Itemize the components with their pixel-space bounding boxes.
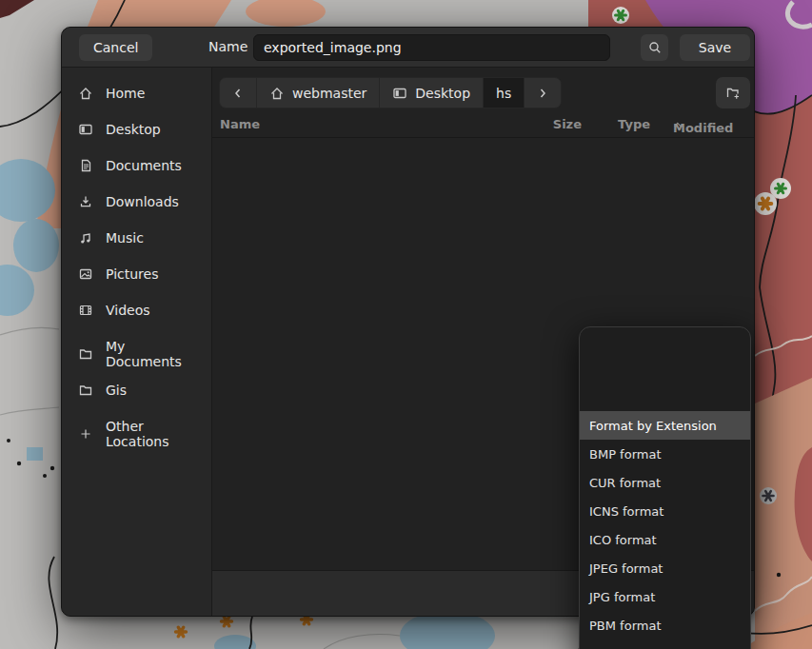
home-icon xyxy=(78,86,93,101)
sidebar-item-label: Videos xyxy=(106,303,150,318)
file-list-header: Name Size Type Modified xyxy=(212,113,754,138)
menu-item-pgm-format[interactable]: PGM format xyxy=(580,639,750,649)
folder-icon xyxy=(78,383,93,398)
sidebar-item-label: Home xyxy=(106,86,145,101)
cancel-button[interactable]: Cancel xyxy=(79,34,152,61)
save-button[interactable]: Save xyxy=(680,34,750,61)
chevron-right-icon xyxy=(535,86,550,101)
menu-item-icns-format[interactable]: ICNS format xyxy=(580,497,750,525)
sidebar-item-home[interactable]: Home xyxy=(62,75,211,111)
desktop-icon xyxy=(78,122,93,137)
sidebar-item-label: Other Locations xyxy=(106,419,195,449)
sidebar-item-documents[interactable]: Documents xyxy=(62,148,211,184)
menu-item-format-by-extension[interactable]: Format by Extension xyxy=(580,411,750,440)
plus-icon xyxy=(78,426,93,442)
menu-item-jpg-format[interactable]: JPG format xyxy=(580,582,750,611)
new-folder-button[interactable] xyxy=(716,77,750,108)
sidebar-item-desktop[interactable]: Desktop xyxy=(62,111,211,148)
sidebar-item-label: Downloads xyxy=(106,194,179,209)
sidebar-item-my-documents[interactable]: My Documents xyxy=(62,336,211,372)
breadcrumb: webmaster Desktop hs xyxy=(219,77,562,108)
menu-item-cur-format[interactable]: CUR format xyxy=(580,468,750,497)
folder-icon xyxy=(78,346,93,362)
document-icon xyxy=(78,158,93,173)
column-header-size[interactable]: Size xyxy=(528,117,582,131)
menu-spacer xyxy=(580,327,750,411)
breadcrumb-label: webmaster xyxy=(292,86,366,101)
breadcrumb-segment-hs[interactable]: hs xyxy=(484,78,525,108)
sidebar-item-downloads[interactable]: Downloads xyxy=(62,184,211,220)
sidebar-item-label: Gis xyxy=(106,383,127,398)
breadcrumb-label: Desktop xyxy=(415,86,470,101)
home-icon xyxy=(269,86,285,101)
dialog-headerbar: Cancel Name Save xyxy=(62,28,754,68)
sidebar-item-label: Pictures xyxy=(106,266,158,282)
image-icon xyxy=(78,266,93,282)
places-sidebar: Home Desktop Documents xyxy=(62,68,212,616)
path-forward-button[interactable] xyxy=(525,78,561,108)
sidebar-item-pictures[interactable]: Pictures xyxy=(62,256,211,292)
path-back-button[interactable] xyxy=(220,78,257,108)
download-icon xyxy=(78,194,93,209)
column-header-type[interactable]: Type xyxy=(597,117,650,131)
desktop-icon xyxy=(392,86,407,101)
sidebar-item-videos[interactable]: Videos xyxy=(62,292,211,328)
column-header-name[interactable]: Name xyxy=(220,117,260,131)
sidebar-group-divider xyxy=(62,408,211,416)
orange-star-marker-icon xyxy=(760,198,772,208)
sort-ascending-icon xyxy=(673,121,683,128)
sidebar-item-gis[interactable]: Gis xyxy=(62,372,211,408)
search-button[interactable] xyxy=(641,34,668,61)
menu-item-bmp-format[interactable]: BMP format xyxy=(580,440,750,468)
file-format-menu: Format by Extension BMP format CUR forma… xyxy=(579,326,751,649)
menu-item-pbm-format[interactable]: PBM format xyxy=(580,611,750,639)
sidebar-item-label: Music xyxy=(106,230,144,246)
sidebar-group-divider xyxy=(62,328,211,336)
path-row: webmaster Desktop hs xyxy=(212,68,754,113)
breadcrumb-label: hs xyxy=(496,86,511,101)
filename-label: Name xyxy=(208,39,248,54)
orange-star-marker-icon xyxy=(222,617,232,626)
new-folder-icon xyxy=(725,86,741,101)
breadcrumb-segment-desktop[interactable]: Desktop xyxy=(380,78,484,108)
sidebar-item-label: Desktop xyxy=(106,122,161,137)
film-icon xyxy=(78,303,93,318)
filename-input[interactable] xyxy=(253,34,610,61)
sidebar-item-label: My Documents xyxy=(106,339,195,369)
sidebar-item-label: Documents xyxy=(106,158,182,173)
menu-item-jpeg-format[interactable]: JPEG format xyxy=(580,554,750,582)
sidebar-item-music[interactable]: Music xyxy=(62,220,211,256)
sidebar-item-other-locations[interactable]: Other Locations xyxy=(62,416,211,452)
search-icon xyxy=(647,40,663,55)
breadcrumb-segment-webmaster[interactable]: webmaster xyxy=(257,78,380,108)
chevron-left-icon xyxy=(230,86,246,101)
music-note-icon xyxy=(78,230,93,246)
orange-star-marker-icon xyxy=(176,627,187,637)
menu-item-ico-format[interactable]: ICO format xyxy=(580,525,750,554)
